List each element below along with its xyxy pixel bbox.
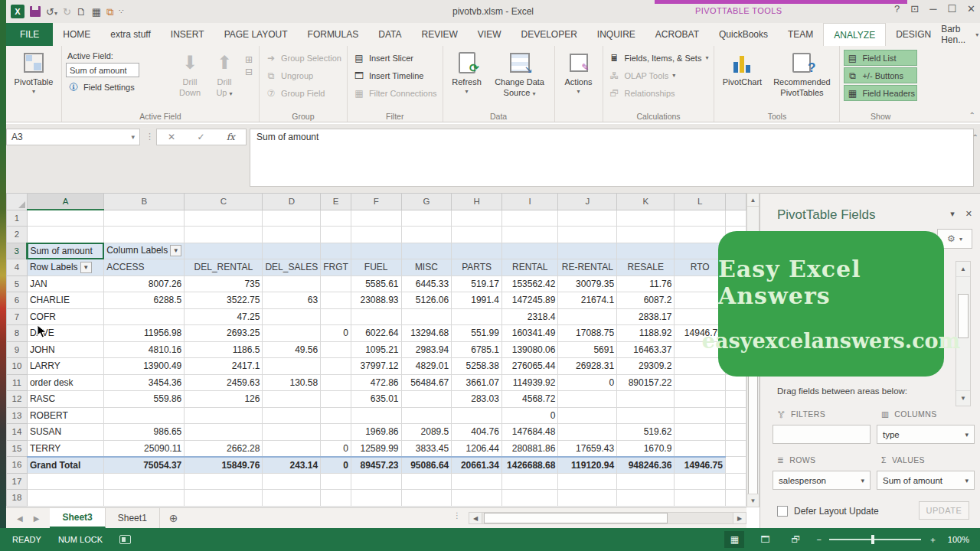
grid-cell[interactable]: [401, 227, 452, 243]
row-header[interactable]: 5: [7, 276, 28, 292]
pivot-value-cell[interactable]: [104, 308, 185, 325]
grid-cell[interactable]: [617, 490, 675, 507]
pivot-row-label[interactable]: CHARLIE: [27, 292, 103, 309]
pivot-value-cell[interactable]: 6445.33: [401, 276, 452, 292]
grid-cell[interactable]: [725, 473, 746, 490]
pivot-field-header[interactable]: RE-RENTAL: [558, 259, 617, 276]
grand-total-cell[interactable]: 75054.37: [104, 457, 185, 474]
pivot-value-cell[interactable]: 2318.4: [501, 308, 558, 325]
pivot-value-cell[interactable]: 5126.06: [401, 292, 452, 309]
pivot-value-cell[interactable]: 11.76: [617, 276, 675, 292]
pivot-value-cell[interactable]: [321, 391, 351, 408]
tab-developer[interactable]: DEVELOPER: [511, 23, 586, 46]
pivot-row-label[interactable]: COFR: [27, 308, 103, 325]
sheet-nav-right-icon[interactable]: ▶: [34, 514, 40, 523]
row-header[interactable]: 7: [7, 308, 28, 325]
grid-cell[interactable]: [351, 243, 401, 259]
pivot-value-cell[interactable]: 63: [263, 292, 321, 309]
row-header[interactable]: 15: [7, 440, 28, 457]
row-header[interactable]: 6: [7, 292, 28, 309]
tab-home[interactable]: HOME: [53, 23, 100, 46]
pivot-value-cell[interactable]: 6288.5: [104, 292, 185, 309]
grand-total-cell[interactable]: 14946.75: [675, 457, 726, 474]
pivot-value-cell[interactable]: 5258.38: [452, 358, 502, 375]
grid-cell[interactable]: [617, 243, 675, 259]
grand-total-cell[interactable]: 1426688.68: [501, 457, 558, 474]
excel-icon[interactable]: X: [11, 5, 24, 18]
grid-cell[interactable]: [185, 473, 263, 490]
minimize-icon[interactable]: ─: [929, 3, 936, 15]
tab-analyze[interactable]: ANALYZE: [823, 23, 886, 46]
scroll-up-icon[interactable]: ▲: [956, 262, 970, 277]
page-break-view-icon[interactable]: 🗗: [786, 531, 805, 548]
pivot-value-cell[interactable]: 49.56: [263, 341, 321, 358]
grid-cell[interactable]: [725, 440, 746, 457]
tab-data[interactable]: DATA: [368, 23, 411, 46]
scroll-up-icon[interactable]: ▲: [747, 194, 759, 207]
help-icon[interactable]: ?: [894, 3, 900, 15]
grid-cell[interactable]: [452, 210, 502, 227]
grand-total-cell[interactable]: 20661.34: [452, 457, 502, 474]
grid-cell[interactable]: [725, 457, 746, 474]
grid-cell[interactable]: [725, 391, 746, 408]
grid-cell[interactable]: [321, 490, 351, 507]
new-sheet-icon[interactable]: ⊕: [160, 508, 188, 528]
column-header[interactable]: J: [558, 194, 617, 210]
row-header[interactable]: 3: [7, 243, 28, 259]
pivot-value-cell[interactable]: [452, 308, 502, 325]
table-icon[interactable]: ▦: [92, 7, 101, 17]
column-header[interactable]: [725, 194, 746, 210]
column-header[interactable]: A: [27, 194, 103, 210]
pivot-value-cell[interactable]: 5585.61: [351, 276, 401, 292]
pivot-value-cell[interactable]: 114939.92: [501, 374, 558, 391]
pivot-value-cell[interactable]: [401, 407, 452, 424]
defer-layout-update[interactable]: Defer Layout Update: [777, 506, 879, 517]
grid-cell[interactable]: [263, 490, 321, 507]
sheet-tab-sheet1[interactable]: Sheet1: [106, 508, 160, 528]
column-header[interactable]: I: [501, 194, 558, 210]
pivot-value-cell[interactable]: [558, 308, 617, 325]
plus-minus-buttons-toggle[interactable]: ⧉+/- Buttons: [844, 67, 916, 83]
vertical-scrollbar-thumb[interactable]: [748, 368, 758, 502]
grid-cell[interactable]: [675, 490, 726, 507]
drill-down-button[interactable]: ⬇ Drill Down: [174, 48, 206, 108]
row-header[interactable]: 13: [7, 407, 28, 424]
tab-team[interactable]: TEAM: [778, 23, 823, 46]
grid-cell[interactable]: [321, 227, 351, 243]
pivot-value-cell[interactable]: 30079.35: [558, 276, 617, 292]
grid-cell[interactable]: [263, 210, 321, 227]
tab-inquire[interactable]: INQUIRE: [587, 23, 645, 46]
pivot-value-cell[interactable]: [558, 424, 617, 441]
pivot-value-cell[interactable]: [452, 407, 502, 424]
ribbon-options-icon[interactable]: ⊡: [910, 3, 919, 15]
grid-cell[interactable]: [501, 243, 558, 259]
pivot-value-cell[interactable]: [321, 374, 351, 391]
pivot-row-label[interactable]: ROBERT: [27, 407, 103, 424]
pivot-value-cell[interactable]: 551.99: [452, 325, 502, 342]
column-header[interactable]: K: [617, 194, 675, 210]
refresh-button[interactable]: ⟳ Refresh ▾: [447, 48, 487, 108]
expand-formula-bar-icon[interactable]: ⌃: [972, 133, 978, 142]
chevron-down-icon[interactable]: ▾: [131, 133, 135, 141]
row-header[interactable]: 1: [7, 210, 28, 227]
pivot-value-cell[interactable]: [321, 407, 351, 424]
grid-cell[interactable]: [263, 227, 321, 243]
grid-cell[interactable]: [104, 227, 185, 243]
pivot-value-cell[interactable]: [263, 424, 321, 441]
grid-cell[interactable]: [725, 407, 746, 424]
grand-total-cell[interactable]: 119120.94: [558, 457, 617, 474]
pivot-value-cell[interactable]: 283.03: [452, 391, 502, 408]
tab-review[interactable]: REVIEW: [411, 23, 467, 46]
relationships-button[interactable]: 🗗Relationships: [607, 85, 710, 101]
pivot-value-cell[interactable]: 1670.9: [617, 440, 675, 457]
pivot-value-cell[interactable]: 0: [558, 374, 617, 391]
grid-cell[interactable]: [185, 227, 263, 243]
pivot-value-cell[interactable]: [321, 276, 351, 292]
pivot-value-cell[interactable]: [617, 407, 675, 424]
pivot-value-cell[interactable]: 735: [185, 276, 263, 292]
grid-cell[interactable]: [401, 490, 452, 507]
name-box[interactable]: A3 ▾: [6, 129, 140, 145]
grid-cell-column-labels[interactable]: Column Labels▼: [104, 243, 185, 259]
pivot-value-cell[interactable]: [321, 424, 351, 441]
pivot-value-cell[interactable]: 12589.99: [351, 440, 401, 457]
